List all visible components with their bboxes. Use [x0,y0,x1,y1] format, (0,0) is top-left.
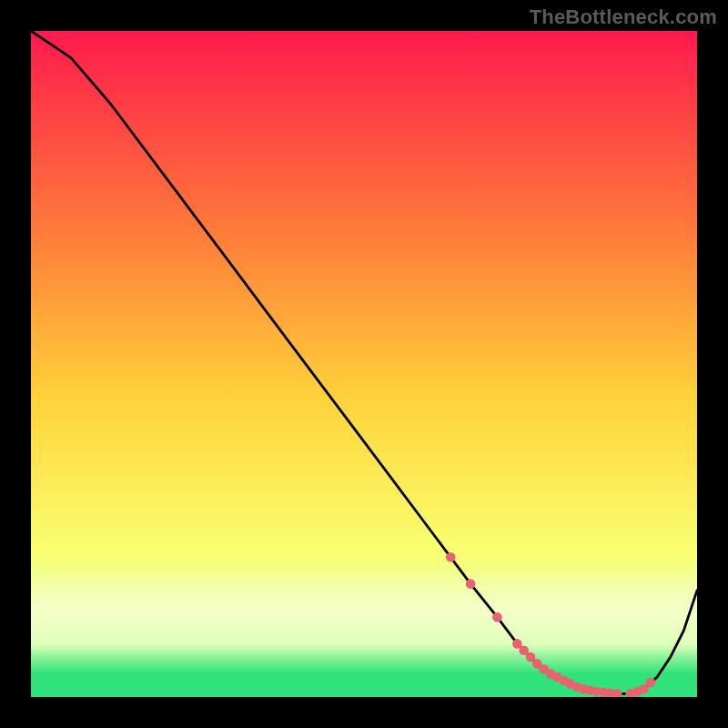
highlight-dot [492,612,502,622]
chart-plot-area [31,31,697,697]
chart-frame: TheBottleneck.com [0,0,728,728]
watermark-label: TheBottleneck.com [530,5,717,29]
glow-band [31,564,697,657]
highlight-dot [646,678,656,688]
highlight-dot [466,579,476,589]
chart-svg [31,31,697,697]
highlight-dot [446,552,456,562]
